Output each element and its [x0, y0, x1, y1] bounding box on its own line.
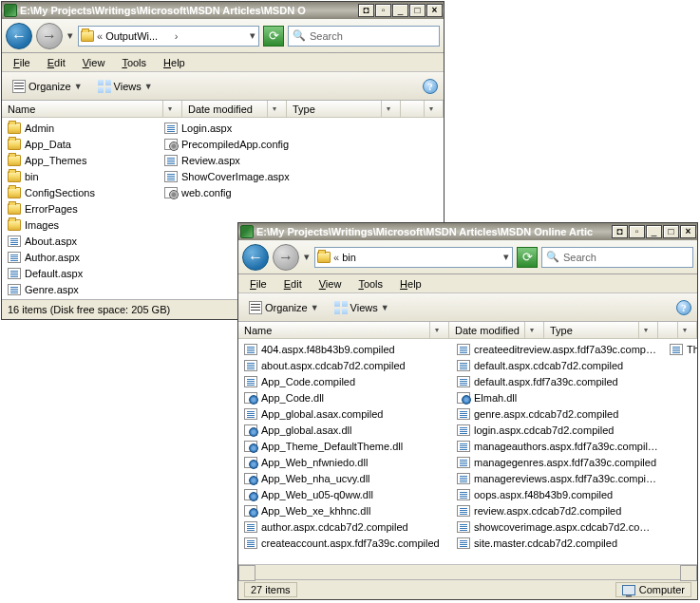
- file-item[interactable]: Default.aspx: [2, 265, 159, 281]
- file-item[interactable]: Genre.aspx: [2, 281, 159, 297]
- titlebar[interactable]: E:\My Projects\Writings\Microsoft\MSDN A…: [238, 223, 697, 240]
- file-item[interactable]: 404.aspx.f48b43b9.compiled: [238, 341, 451, 357]
- file-item[interactable]: default.aspx.fdf7a39c.compiled: [451, 373, 664, 389]
- file-item[interactable]: default.aspx.cdcab7d2.compiled: [451, 357, 664, 373]
- file-item[interactable]: App_Code.compiled: [238, 373, 451, 389]
- views-button[interactable]: Views ▼: [330, 299, 394, 316]
- column-type[interactable]: Type ▾: [544, 322, 658, 338]
- column-filter-dropdown[interactable]: ▾: [638, 322, 652, 338]
- recent-dropdown[interactable]: ▾: [303, 251, 311, 263]
- file-list[interactable]: 404.aspx.f48b43b9.compiledabout.aspx.cdc…: [238, 339, 697, 564]
- file-item[interactable]: App_global.asax.dll: [238, 422, 451, 438]
- file-item[interactable]: ErrorPages: [2, 200, 159, 217]
- column-date[interactable]: Date modified ▾: [449, 322, 544, 338]
- breadcrumb-dropdown[interactable]: «: [96, 30, 104, 42]
- file-item[interactable]: Author.aspx: [2, 249, 159, 265]
- file-item[interactable]: Review.aspx: [159, 152, 315, 168]
- maximize-button[interactable]: □: [663, 225, 679, 238]
- file-item[interactable]: App_Themes: [2, 152, 159, 168]
- file-item[interactable]: App_Web_u05-q0ww.dll: [238, 486, 451, 502]
- refresh-button[interactable]: ⟳: [517, 247, 538, 268]
- file-item[interactable]: Images: [2, 217, 159, 233]
- file-item[interactable]: about.aspx.cdcab7d2.compiled: [238, 357, 451, 373]
- file-item[interactable]: ConfigSections: [2, 184, 159, 200]
- back-button[interactable]: ←: [6, 23, 32, 49]
- file-item[interactable]: Theme_DefaultTheme.compiled: [664, 341, 697, 357]
- menu-help[interactable]: Help: [156, 55, 193, 70]
- menu-file[interactable]: File: [242, 276, 274, 292]
- column-filter-dropdown[interactable]: ▾: [381, 101, 394, 117]
- address-bar[interactable]: « OutputWi... › ▾: [78, 26, 259, 47]
- column-name[interactable]: Name ▾: [238, 322, 449, 338]
- back-button[interactable]: ←: [242, 244, 269, 271]
- menu-edit[interactable]: Edit: [40, 55, 73, 70]
- column-filter-dropdown[interactable]: ▾: [267, 101, 280, 117]
- file-item[interactable]: App_Code.dll: [238, 389, 451, 405]
- organize-button[interactable]: Organize ▼: [244, 299, 324, 316]
- column-date[interactable]: Date modified ▾: [182, 101, 287, 117]
- organize-button[interactable]: Organize ▼: [8, 78, 87, 95]
- file-item[interactable]: manageauthors.aspx.fdf7a39c.compiled: [451, 438, 664, 454]
- column-name[interactable]: Name ▾: [2, 101, 182, 117]
- search-box[interactable]: 🔍 Search: [288, 26, 440, 47]
- close-button[interactable]: ×: [680, 225, 696, 238]
- help-button[interactable]: ?: [423, 79, 438, 94]
- column-chooser-dropdown[interactable]: ▾: [677, 322, 691, 338]
- maximize-button[interactable]: □: [409, 4, 426, 17]
- minimize-button[interactable]: _: [646, 225, 662, 238]
- file-item[interactable]: site.master.cdcab7d2.compiled: [451, 535, 664, 551]
- file-item[interactable]: Login.aspx: [159, 120, 315, 136]
- column-chooser-dropdown[interactable]: ▾: [424, 101, 437, 117]
- file-item[interactable]: oops.aspx.f48b43b9.compiled: [451, 486, 664, 502]
- menu-edit[interactable]: Edit: [276, 276, 310, 292]
- file-item[interactable]: managegenres.aspx.fdf7a39c.compiled: [451, 454, 664, 470]
- column-type[interactable]: Type ▾: [287, 101, 401, 117]
- column-filter-dropdown[interactable]: ▾: [524, 322, 538, 338]
- menu-file[interactable]: File: [6, 55, 38, 70]
- address-dropdown[interactable]: ▾: [502, 251, 510, 263]
- file-item[interactable]: App_Web_nfwniedo.dll: [238, 454, 451, 470]
- locate-button[interactable]: ◘: [358, 4, 374, 17]
- refresh-button[interactable]: ⟳: [263, 26, 284, 47]
- file-item[interactable]: App_Web_nha_ucvy.dll: [238, 470, 451, 486]
- file-item[interactable]: review.aspx.cdcab7d2.compiled: [451, 502, 664, 518]
- forward-button[interactable]: →: [36, 23, 63, 49]
- address-dropdown[interactable]: ▾: [249, 29, 256, 42]
- file-item[interactable]: createaccount.aspx.fdf7a39c.compiled: [238, 535, 451, 551]
- column-filter-dropdown[interactable]: ▾: [162, 101, 176, 117]
- file-item[interactable]: Elmah.dll: [451, 389, 664, 405]
- recent-dropdown[interactable]: ▾: [66, 29, 74, 42]
- file-item[interactable]: About.aspx: [2, 233, 159, 249]
- file-item[interactable]: App_global.asax.compiled: [238, 405, 451, 422]
- search-box[interactable]: 🔍 Search: [541, 247, 693, 268]
- help-button[interactable]: ?: [676, 300, 691, 315]
- tab-button[interactable]: ▫: [375, 4, 391, 17]
- menu-tools[interactable]: Tools: [350, 276, 390, 292]
- horizontal-scrollbar[interactable]: [238, 564, 697, 579]
- views-button[interactable]: Views ▼: [93, 78, 158, 95]
- file-item[interactable]: App_Web_xe_khhnc.dll: [238, 502, 451, 518]
- menu-help[interactable]: Help: [392, 276, 429, 292]
- menu-tools[interactable]: Tools: [114, 55, 154, 70]
- column-filter-dropdown[interactable]: ▾: [429, 322, 443, 338]
- menu-view[interactable]: View: [75, 55, 113, 70]
- tab-button[interactable]: ▫: [629, 225, 645, 238]
- file-item[interactable]: App_Data: [2, 136, 159, 152]
- menu-view[interactable]: View: [312, 276, 350, 292]
- file-item[interactable]: ShowCoverImage.aspx: [159, 168, 315, 184]
- file-item[interactable]: managereviews.aspx.fdf7a39c.compiled: [451, 470, 664, 486]
- file-item[interactable]: createeditreview.aspx.fdf7a39c.compiled: [451, 341, 664, 357]
- close-button[interactable]: ×: [426, 4, 443, 17]
- file-item[interactable]: App_Theme_DefaultTheme.dll: [238, 438, 451, 454]
- file-item[interactable]: author.aspx.cdcab7d2.compiled: [238, 518, 451, 535]
- breadcrumb-chevron-icon[interactable]: ›: [174, 30, 180, 42]
- file-item[interactable]: web.config: [159, 184, 315, 200]
- file-item[interactable]: bin: [2, 168, 159, 184]
- locate-button[interactable]: ◘: [612, 225, 628, 238]
- file-item[interactable]: PrecompiledApp.config: [159, 136, 315, 152]
- address-bar[interactable]: « bin ▾: [314, 247, 513, 268]
- file-item[interactable]: genre.aspx.cdcab7d2.compiled: [451, 405, 664, 422]
- forward-button[interactable]: →: [273, 244, 299, 271]
- file-item[interactable]: Admin: [2, 120, 159, 136]
- minimize-button[interactable]: _: [392, 4, 408, 17]
